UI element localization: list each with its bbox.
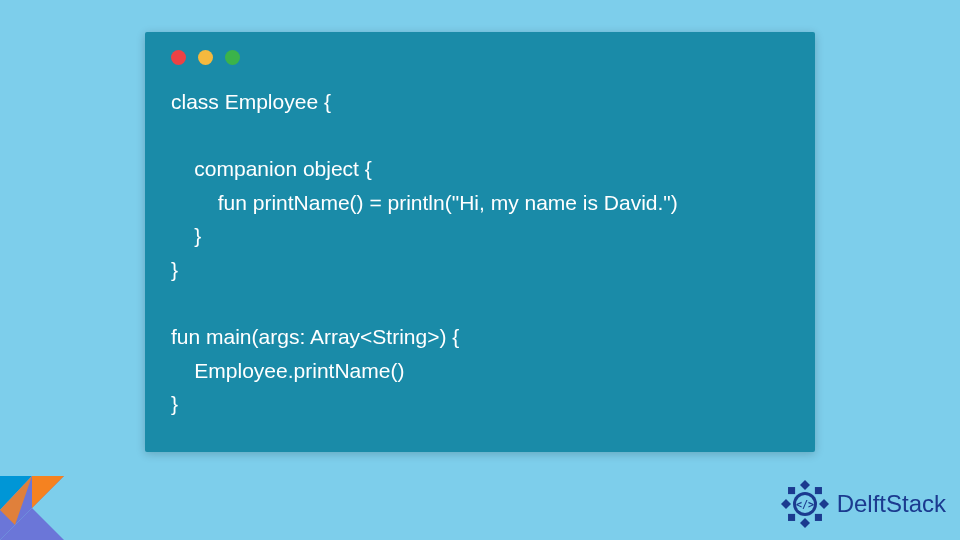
brand-name: DelftStack (837, 490, 946, 518)
svg-marker-12 (811, 510, 825, 524)
maximize-icon (225, 50, 240, 65)
delft-emblem-icon: </> (779, 478, 831, 530)
svg-text:</>: </> (796, 499, 814, 510)
kotlin-logo-icon (0, 476, 64, 540)
svg-marker-6 (800, 518, 810, 528)
minimize-icon (198, 50, 213, 65)
svg-marker-8 (819, 499, 829, 509)
close-icon (171, 50, 186, 65)
code-block: class Employee { companion object { fun … (171, 85, 789, 421)
svg-marker-10 (784, 510, 798, 524)
svg-marker-7 (781, 499, 791, 509)
code-window: class Employee { companion object { fun … (145, 32, 815, 452)
svg-marker-11 (784, 483, 798, 497)
svg-marker-3 (32, 476, 64, 508)
svg-marker-5 (800, 480, 810, 490)
svg-marker-9 (811, 483, 825, 497)
brand-badge: </> DelftStack (779, 478, 946, 530)
window-traffic-lights (171, 50, 789, 65)
